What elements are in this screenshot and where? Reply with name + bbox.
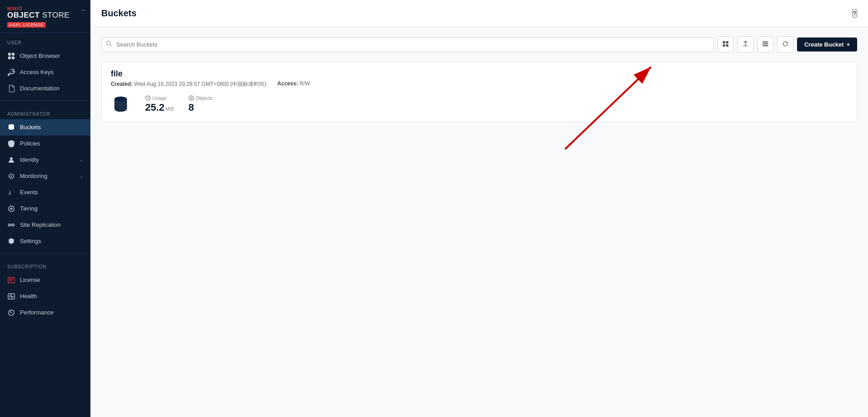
objects-icon <box>189 95 194 101</box>
main-content: Buckets ? <box>90 0 868 417</box>
admin-section-label: Administrator <box>0 104 90 119</box>
sidebar-item-identity-label: Identity <box>20 156 39 163</box>
list-view-icon <box>762 41 769 48</box>
svg-rect-12 <box>8 277 14 283</box>
objects-value: 8 <box>189 102 212 113</box>
usage-stat: Usage 25.2MiB <box>145 95 174 113</box>
list-view-button[interactable] <box>757 36 774 52</box>
svg-rect-0 <box>8 53 11 56</box>
bucket-created: Created: Wed Aug 16 2023 20:28:57 GMT+08… <box>111 80 266 88</box>
svg-rect-17 <box>723 41 725 43</box>
upload-icon <box>742 41 749 48</box>
tier-icon <box>7 205 15 213</box>
sidebar-item-object-browser[interactable]: Object Browser <box>0 48 90 64</box>
grid-icon <box>7 52 15 60</box>
svg-rect-23 <box>763 45 768 46</box>
bucket-meta: Created: Wed Aug 16 2023 20:28:57 GMT+08… <box>111 80 848 88</box>
created-label: Created: <box>111 81 133 87</box>
svg-text:λ: λ <box>8 189 11 196</box>
perf-icon <box>7 309 15 317</box>
license-icon <box>7 276 15 284</box>
logo-object-store-text: OBJECT STORE <box>7 11 83 20</box>
sidebar-item-monitoring[interactable]: Monitoring ⌄ <box>0 168 90 184</box>
objects-label-text: Objects <box>196 95 212 101</box>
svg-rect-21 <box>763 41 768 42</box>
sidebar-item-settings[interactable]: Settings <box>0 233 90 249</box>
objects-label: Objects <box>189 95 212 101</box>
help-button[interactable]: ? <box>852 9 857 18</box>
refresh-button[interactable] <box>777 36 793 52</box>
sidebar-item-documentation-label: Documentation <box>20 85 59 92</box>
sidebar-item-identity[interactable]: Identity ⌄ <box>0 152 90 168</box>
sidebar-item-site-replication[interactable]: Site Replication <box>0 217 90 233</box>
sidebar-item-events[interactable]: λ Events <box>0 184 90 201</box>
svg-point-7 <box>11 175 12 177</box>
sidebar-item-access-keys[interactable]: Access Keys <box>0 64 90 80</box>
sidebar-item-license[interactable]: License <box>0 272 90 288</box>
svg-rect-18 <box>726 41 728 43</box>
sidebar-item-license-label: License <box>20 276 40 283</box>
sidebar-item-performance-label: Performance <box>20 309 53 316</box>
gear-icon <box>7 237 15 245</box>
grid-view-icon <box>722 41 729 48</box>
toolbar: Create Bucket + <box>101 36 857 52</box>
sidebar-item-tiering-label: Tiering <box>20 205 38 212</box>
create-bucket-plus-icon: + <box>846 41 850 48</box>
search-icon <box>106 41 112 48</box>
bucket-card[interactable]: file Created: Wed Aug 16 2023 20:28:57 G… <box>101 61 857 122</box>
help-icon: ? <box>853 10 856 17</box>
bucket-visual-icon <box>113 96 129 112</box>
create-bucket-button[interactable]: Create Bucket + <box>797 37 857 52</box>
svg-rect-3 <box>12 56 14 59</box>
bucket-name: file <box>111 69 848 79</box>
svg-rect-22 <box>763 43 768 44</box>
svg-point-10 <box>9 224 11 226</box>
sidebar-item-policies[interactable]: Policies <box>0 136 90 152</box>
sidebar-item-events-label: Events <box>20 189 38 196</box>
sidebar-item-policies-label: Policies <box>20 140 40 147</box>
sidebar-item-health[interactable]: Health <box>0 288 90 305</box>
sidebar-item-site-replication-label: Site Replication <box>20 221 61 228</box>
access-label: Access: <box>277 80 298 87</box>
search-wrapper <box>101 37 714 52</box>
topbar: Buckets ? <box>90 0 868 27</box>
svg-point-11 <box>12 224 14 226</box>
upload-button[interactable] <box>737 36 754 52</box>
health-icon <box>7 292 15 300</box>
sidebar-item-health-label: Health <box>20 293 37 300</box>
shield-icon <box>7 140 15 148</box>
sidebar-collapse-button[interactable]: ← <box>80 6 87 14</box>
svg-point-15 <box>11 312 12 313</box>
monitor-icon <box>7 172 15 180</box>
sidebar-item-documentation[interactable]: Documentation <box>0 80 90 97</box>
svg-point-4 <box>9 124 14 126</box>
sidebar-item-tiering[interactable]: Tiering <box>0 201 90 217</box>
monitoring-chevron-icon: ⌄ <box>80 173 83 178</box>
usage-value: 25.2MiB <box>145 102 174 113</box>
subscription-section-label: Subscription <box>0 257 90 272</box>
search-input[interactable] <box>101 37 714 52</box>
svg-rect-20 <box>726 44 728 46</box>
usage-label: Usage <box>145 95 174 101</box>
sidebar-item-object-browser-label: Object Browser <box>20 52 60 59</box>
sidebar-item-access-keys-label: Access Keys <box>20 69 53 75</box>
refresh-icon <box>782 41 788 48</box>
page-title: Buckets <box>101 8 137 19</box>
bucket-access: Access: R/W <box>277 80 310 88</box>
user-section-label: User <box>0 33 90 48</box>
sidebar-item-performance[interactable]: Performance <box>0 305 90 321</box>
sidebar-item-buckets[interactable]: Buckets <box>0 119 90 136</box>
key-icon <box>7 68 15 76</box>
content-area: Create Bucket + file Created: Wed Aug 16… <box>90 27 868 417</box>
usage-icon <box>145 95 151 101</box>
access-value: R/W <box>300 80 310 87</box>
sidebar: MINIO OBJECT STORE AGPL LICENSE ← User O… <box>0 0 90 417</box>
bucket-icon-wrap <box>111 94 131 114</box>
svg-point-16 <box>106 41 110 45</box>
svg-rect-1 <box>12 53 14 56</box>
create-bucket-label: Create Bucket <box>804 41 844 48</box>
svg-rect-19 <box>723 44 725 46</box>
grid-view-button[interactable] <box>717 36 734 52</box>
bucket-nav-icon <box>7 123 15 131</box>
sidebar-divider-1 <box>0 100 90 101</box>
